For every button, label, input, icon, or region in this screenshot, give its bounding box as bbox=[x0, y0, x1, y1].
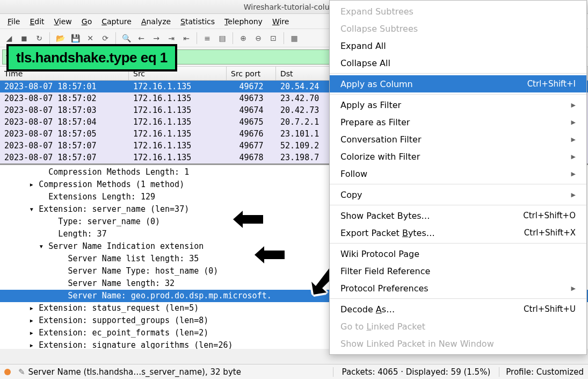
menu-capture[interactable]: Capture bbox=[97, 15, 136, 28]
ctx-follow[interactable]: Follow▶ bbox=[330, 165, 586, 182]
ctx-go-to-linked-packet: Go to Linked Packet bbox=[330, 318, 586, 335]
ctx-protocol-preferences[interactable]: Protocol Preferences▶ bbox=[330, 280, 586, 297]
menu-wire[interactable]: Wire bbox=[268, 15, 294, 28]
forward-icon[interactable]: → bbox=[150, 32, 162, 44]
menu-statistics[interactable]: Statistics bbox=[176, 15, 219, 28]
stop-icon[interactable]: ◼ bbox=[18, 32, 30, 44]
menu-view[interactable]: View bbox=[50, 15, 76, 28]
ctx-show-linked-packet-in-new-window: Show Linked Packet in New Window bbox=[330, 335, 586, 352]
menu-analyze[interactable]: Analyze bbox=[137, 15, 175, 28]
menu-edit[interactable]: Edit bbox=[25, 15, 48, 28]
ctx-filter-field-reference[interactable]: Filter Field Reference bbox=[330, 262, 586, 280]
ctx-apply-as-filter[interactable]: Apply as Filter▶ bbox=[330, 96, 586, 113]
restart-icon[interactable]: ↻ bbox=[33, 32, 45, 44]
reload-icon[interactable]: ⟳ bbox=[99, 32, 111, 44]
ctx-show-packet-bytes[interactable]: Show Packet Bytes…Ctrl+Shift+O bbox=[330, 207, 586, 224]
autoscroll-icon[interactable]: ≡ bbox=[201, 32, 213, 44]
colorize-icon[interactable]: ▤ bbox=[216, 32, 228, 44]
ctx-apply-as-column[interactable]: Apply as ColumnCtrl+Shift+I bbox=[330, 75, 586, 92]
zoom-in-icon[interactable]: ⊕ bbox=[237, 32, 249, 44]
shark-fin-icon[interactable]: ◢ bbox=[3, 32, 15, 44]
tutorial-highlight-filter: tls.handshake.type eq 1 bbox=[6, 44, 177, 71]
close-icon[interactable]: ✕ bbox=[84, 32, 96, 44]
ctx-wiki-protocol-page[interactable]: Wiki Protocol Page bbox=[330, 245, 586, 262]
menu-go[interactable]: Go bbox=[77, 15, 96, 28]
context-menu-separator bbox=[330, 73, 586, 74]
menu-telephony[interactable]: Telephony bbox=[220, 15, 267, 28]
menu-file[interactable]: File bbox=[3, 15, 24, 28]
ctx-collapse-all[interactable]: Collapse All bbox=[330, 54, 586, 71]
goto-icon[interactable]: ⇥ bbox=[165, 32, 177, 44]
status-packet-counts: Packets: 4065 · Displayed: 59 (1.5%) bbox=[333, 367, 500, 377]
context-menu-separator bbox=[330, 184, 586, 184]
ctx-copy[interactable]: Copy▶ bbox=[330, 186, 586, 203]
first-icon[interactable]: ⇤ bbox=[180, 32, 192, 44]
ctx-collapse-subtrees: Collapse Subtrees bbox=[330, 20, 586, 37]
open-icon[interactable]: 📂 bbox=[54, 32, 66, 44]
resize-columns-icon[interactable]: ▦ bbox=[288, 32, 300, 44]
ctx-expand-subtrees: Expand Subtrees bbox=[330, 3, 586, 20]
ctx-decode-as[interactable]: Decode As…Ctrl+Shift+U bbox=[330, 301, 586, 318]
ctx-expand-all[interactable]: Expand All bbox=[330, 37, 586, 54]
status-profile[interactable]: Profile: Customized bbox=[499, 367, 584, 377]
zoom-out-icon[interactable]: ⊖ bbox=[252, 32, 264, 44]
expert-info-icon[interactable] bbox=[4, 369, 11, 375]
status-field-info: Server Name (tls.handsha…s_server_name),… bbox=[28, 367, 241, 377]
context-menu: Expand SubtreesCollapse SubtreesExpand A… bbox=[329, 0, 587, 355]
column-header-srcport[interactable]: Src port bbox=[227, 67, 276, 80]
context-menu-separator bbox=[330, 94, 586, 95]
ctx-export-packet-bytes[interactable]: Export Packet Bytes…Ctrl+Shift+X bbox=[330, 224, 586, 241]
context-menu-separator bbox=[330, 298, 586, 299]
zoom-reset-icon[interactable]: ⊡ bbox=[267, 32, 279, 44]
find-icon[interactable]: 🔍 bbox=[120, 32, 132, 44]
context-menu-separator bbox=[330, 205, 586, 205]
status-bar: ✎ Server Name (tls.handsha…s_server_name… bbox=[0, 364, 588, 379]
ctx-conversation-filter[interactable]: Conversation Filter▶ bbox=[330, 131, 586, 148]
ctx-colorize-with-filter[interactable]: Colorize with Filter▶ bbox=[330, 148, 586, 165]
back-icon[interactable]: ← bbox=[135, 32, 147, 44]
context-menu-separator bbox=[330, 243, 586, 244]
ctx-prepare-as-filter[interactable]: Prepare as Filter▶ bbox=[330, 113, 586, 131]
save-icon[interactable]: 💾 bbox=[69, 32, 81, 44]
edit-icon[interactable]: ✎ bbox=[18, 367, 25, 377]
